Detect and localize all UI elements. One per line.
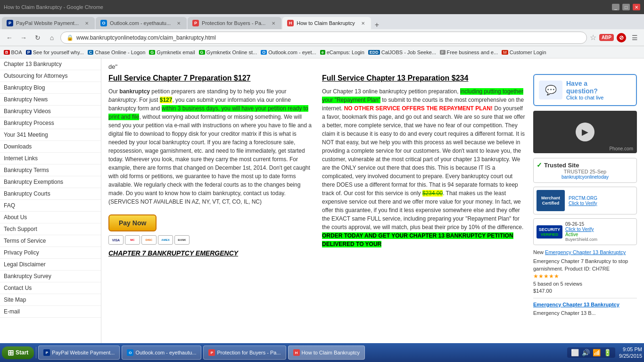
back-button[interactable]: ← [4,32,15,43]
video-widget[interactable]: ▶ Phone.com [533,111,637,153]
window-controls: _ □ ✕ [612,4,640,10]
bookmark-caljobs[interactable]: EDD CalJOBS - Job Seeke... [368,49,436,55]
sidebar-item-survey[interactable]: Bankruptcy Survey [0,271,101,282]
pay-now-area: Pay Now VISA MC DISC AMEX BANK [108,211,313,245]
based-label: based [537,281,552,287]
minimize-button[interactable]: _ [612,4,619,10]
bookmark-gymknetix-email[interactable]: G Gymknetix email [149,49,195,55]
abp-icon[interactable]: ABP [599,34,614,41]
taskbar-item-outlook[interactable]: O Outlook.com - eyethautu... [122,346,201,360]
sidebar-item-courts[interactable]: Bankruptcy Courts [0,188,101,200]
bookmark-ecampus[interactable]: e eCampus: Login [320,49,364,55]
bookmark-star-icon[interactable]: ☆ [590,33,596,42]
bookmark-free-business[interactable]: F Free business and e... [440,49,498,55]
merchant-url: PRCTM.ORG [569,196,597,201]
system-icons: ⬜ 🔊 📶 🔋 [567,347,615,358]
sidebar-item-privacy[interactable]: Privacy Policy [0,247,101,259]
sidebar-item-terms[interactable]: Bankruptcy Terms [0,165,101,176]
ch13-title: Full Service Chapter 13 Preparation $234 [322,74,526,82]
sidebar-item-process[interactable]: Bankruptcy Process [0,117,101,129]
tab-favicon-bankruptcy: H [287,20,294,26]
start-button[interactable]: ⊞ Start [2,346,34,359]
taskbar-item-protection[interactable]: P Protection for Buyers - Pa... [203,346,286,360]
bookmark-outlook[interactable]: O Outlook.com - eyet... [261,49,316,55]
sidebar-item-outsourcing[interactable]: Outsourcing for Attorneys [0,70,101,82]
sidebar-item-terms-of-service[interactable]: Terms of Service [0,235,101,247]
sidebar-item-blog[interactable]: Bankruptcy Blog [0,82,101,94]
trusted-badge[interactable]: ✓ Trusted Site TRUSTED 25-Sep bankruptcy… [533,158,637,183]
security-details: 09-26-15 Click to Verify Active BuyerShi… [565,222,597,242]
tab-close-paypal[interactable]: ✕ [83,20,90,26]
sidebar-item-legal-disclaimer[interactable]: Legal Disclaimer [0,259,101,271]
new-label: New [533,249,545,255]
bookmark-paypal[interactable]: P See for yourself why... [26,49,84,55]
merchant-certified-badge[interactable]: MerchantCertified PRCTM.ORG Click to Ver… [533,187,637,214]
sidebar-item-videos[interactable]: Bankruptcy Videos [0,106,101,117]
volume-icon[interactable]: 🔊 [582,349,590,356]
security-verified-badge[interactable]: SECURITY VERIFIED 09-26-15 Click to Veri… [533,218,637,245]
home-button[interactable]: ⌂ [46,32,58,43]
network-icon[interactable]: 📶 [593,349,601,356]
security-provider: BuyerShield.com [565,237,597,242]
menu-button[interactable]: ☰ [629,32,640,43]
sidebar-item-email[interactable]: E-mail [0,306,101,318]
chat-widget[interactable]: 💬 Have aquestion? Click to chat live [533,74,637,106]
tab-paypal[interactable]: P PayPal Website Payment... ✕ [2,17,95,29]
forward-button[interactable]: → [18,32,29,43]
tab-label-bankruptcy: How to Claim Bankruptcy [297,20,355,26]
show-desktop-icon[interactable]: ⬜ [571,349,579,356]
bookmark-gymknetix-online[interactable]: G Gymknetix Online st... [199,49,257,55]
bookmark-chase[interactable]: C Chase Online - Logon [88,49,146,55]
tab-close-bankruptcy[interactable]: ✕ [360,20,366,26]
outlook-favicon-bm: O [261,50,267,55]
sidebar-item-341meeting[interactable]: Your 341 Meeting [0,129,101,141]
tab-bar: P PayPal Website Payment... ✕ O Outlook.… [0,14,644,29]
sidebar: Chapter 13 Bankruptcy Outsourcing for At… [0,58,101,343]
new-tab-button[interactable]: + [372,21,382,29]
star-rating: ★★★★★ [533,272,637,280]
sidebar-item-internet-links[interactable]: Internet Links [0,153,101,165]
tab-favicon-outlook: O [100,20,107,26]
tab-outlook[interactable]: O Outlook.com - eyethautu... ✕ [96,17,187,29]
bookmark-boa-label: BOA [11,49,22,55]
security-click-verify[interactable]: Click to Verify [565,227,597,232]
reload-button[interactable]: ↻ [32,32,43,43]
emergency-ch13-link[interactable]: Emergency Chapter 13 Bankruptcy [545,249,626,255]
tab-bankruptcy[interactable]: H How to Claim Bankruptcy ✕ [282,17,371,29]
taskbar-item-bankruptcy[interactable]: H How to Claim Bankruptcy [288,346,365,360]
tab-close-protection[interactable]: ✕ [270,20,277,26]
sidebar-item-news[interactable]: Bankruptcy News [0,94,101,106]
address-bar[interactable]: 🔒 www.bankruptcyonlinetoday.com/claim_ba… [60,32,587,44]
pay-now-button[interactable]: Pay Now [108,214,157,231]
taskbar-item-paypal[interactable]: P PayPal Website Payment... [38,346,120,360]
ch13-section: Full Service Chapter 13 Preparation $234… [322,74,526,257]
amex-icon: AMEX [158,235,173,245]
bookmark-boa[interactable]: B BOA [4,49,22,55]
sidebar-item-faq[interactable]: FAQ [0,200,101,212]
video-watermark: Phone.com [609,146,633,151]
sidebar-item-downloads[interactable]: Downloads [0,141,101,153]
sidebar-item-exemptions[interactable]: Bankruptcy Exemptions [0,176,101,188]
sidebar-item-chapter13[interactable]: Chapter 13 Bankruptcy [0,58,101,70]
sidebar-item-sitemap[interactable]: Site Map [0,294,101,306]
ch13-price: $234.00 [422,190,443,197]
tab-protection[interactable]: P Protection for Buyers - Pa... ✕ [188,17,281,29]
browser-chrome: How to Claim Bankruptcy - Google Chrome … [0,0,644,58]
close-button[interactable]: ✕ [633,4,640,10]
right-sidebar: 💬 Have aquestion? Click to chat live ▶ P… [533,74,637,317]
system-clock[interactable]: 9:05 PM 9/25/2015 [619,346,642,360]
video-play-button[interactable]: ▶ [576,123,594,141]
sidebar-item-about[interactable]: About Us [0,212,101,223]
tab-close-outlook[interactable]: ✕ [175,20,182,26]
clock-time: 9:05 PM [619,346,642,353]
sidebar-item-tech-support[interactable]: Tech Support [0,223,101,235]
sidebar-item-contact[interactable]: Contact Us [0,282,101,294]
bookmark-customer-login[interactable]: M Customer Login [502,49,546,55]
tab-label-paypal: PayPal Website Payment... [16,20,79,26]
emergency-ch13-lower-link[interactable]: Emergency Chapter 13 Bankruptcy [533,302,619,307]
merchant-logo: MerchantCertified [537,190,565,211]
bookmarks-bar: B BOA P See for yourself why... C Chase … [0,46,644,58]
security-icon[interactable]: ⊘ [617,33,626,42]
trusted-title: ✓ Trusted Site [537,161,634,169]
restore-button[interactable]: □ [622,4,630,10]
